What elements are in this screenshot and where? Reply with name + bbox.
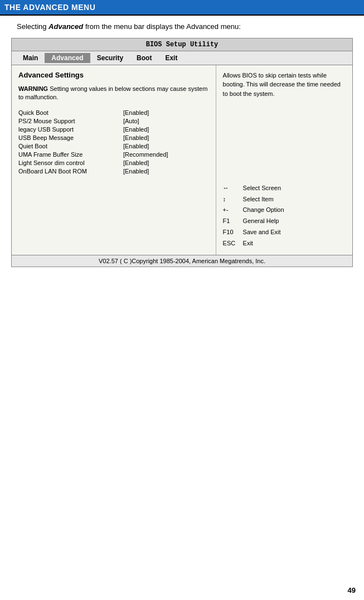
bios-menubar: Main Advanced Security Boot Exit <box>12 51 352 65</box>
shortcut-desc-selectscreen: Select Screen <box>243 183 281 194</box>
setting-name-usbbeep: USB Beep Message <box>18 134 123 141</box>
list-item: PS/2 Mouse Support [Auto] <box>18 118 209 124</box>
shortcut-desc-changeoption: Change Option <box>243 205 284 216</box>
list-item: OnBoard LAN Boot ROM [Enabled] <box>18 168 209 175</box>
intro-text-after: from the menu bar displays the Advanced … <box>85 22 241 31</box>
list-item: Light Sensor dim control [Enabled] <box>18 159 209 166</box>
list-item: Quick Boot [Enabled] <box>18 109 209 116</box>
bios-warning: WARNING Setting wrong values in below se… <box>18 85 209 102</box>
bios-main-content: Advanced Settings WARNING Setting wrong … <box>12 65 352 255</box>
bios-menu-advanced[interactable]: Advanced <box>45 53 90 63</box>
shortcut-desc-generalhelp: General Help <box>243 216 279 227</box>
bios-settings-list: Quick Boot [Enabled] PS/2 Mouse Support … <box>18 109 209 175</box>
intro-italic-word: Advanced <box>48 22 83 31</box>
setting-value-quickboot: [Enabled] <box>123 109 209 116</box>
shortcut-key-f1: F1 <box>223 216 239 227</box>
setting-value-lightsensor: [Enabled] <box>123 159 209 166</box>
shortcut-row: F10 Save and Exit <box>223 227 346 238</box>
shortcut-key-plusminus: +- <box>223 205 239 216</box>
list-item: USB Beep Message [Enabled] <box>18 134 209 141</box>
bios-right-panel: Allows BIOS to skip certain tests while … <box>216 65 352 255</box>
setting-name-ps2mouse: PS/2 Mouse Support <box>18 118 123 124</box>
setting-value-quietboot: [Enabled] <box>123 143 209 149</box>
bios-menu-exit[interactable]: Exit <box>158 53 184 63</box>
bios-title: BIOS Setup Utility <box>12 38 352 51</box>
page-number: 49 <box>348 586 356 594</box>
bios-left-panel: Advanced Settings WARNING Setting wrong … <box>12 65 216 255</box>
shortcut-row: +- Change Option <box>223 205 346 216</box>
setting-name-umabuffer: UMA Frame Buffer Size <box>18 151 123 158</box>
shortcut-key-arrows: ↔ <box>223 183 239 194</box>
bios-warning-label: WARNING <box>18 85 48 92</box>
bios-menu-main[interactable]: Main <box>16 53 45 63</box>
setting-value-usbbeep: [Enabled] <box>123 134 209 141</box>
shortcut-row: F1 General Help <box>223 216 346 227</box>
bios-screenshot: BIOS Setup Utility Main Advanced Securit… <box>11 38 353 267</box>
page-header: THE ADVANCED MENU <box>0 0 364 16</box>
intro-paragraph: Selecting Advanced from the menu bar dis… <box>0 16 364 38</box>
shortcut-desc-selectitem: Select Item <box>243 194 274 205</box>
list-item: legacy USB Support [Enabled] <box>18 126 209 133</box>
bios-menu-security[interactable]: Security <box>90 53 130 63</box>
bios-menu-boot[interactable]: Boot <box>130 53 158 63</box>
bios-shortcuts: ↔ Select Screen ↕ Select Item +- Change … <box>223 183 346 249</box>
shortcut-row: ↔ Select Screen <box>223 183 346 194</box>
setting-name-lightsensor: Light Sensor dim control <box>18 159 123 166</box>
setting-name-quickboot: Quick Boot <box>18 109 123 116</box>
shortcut-row: ESC Exit <box>223 238 346 249</box>
header-title: THE ADVANCED MENU <box>4 3 95 12</box>
setting-value-umabuffer: [Recommended] <box>123 151 209 158</box>
bios-section-title: Advanced Settings <box>18 71 209 79</box>
setting-name-quietboot: Quiet Boot <box>18 143 123 149</box>
list-item: UMA Frame Buffer Size [Recommended] <box>18 151 209 158</box>
shortcut-row: ↕ Select Item <box>223 194 346 205</box>
intro-text-before: Selecting <box>17 22 46 31</box>
list-item: Quiet Boot [Enabled] <box>18 143 209 149</box>
shortcut-desc-exit: Exit <box>243 238 253 249</box>
shortcut-key-f10: F10 <box>223 227 239 238</box>
shortcut-key-esc: ESC <box>223 238 239 249</box>
setting-name-legacyusb: legacy USB Support <box>18 126 123 133</box>
shortcut-desc-saveexit: Save and Exit <box>243 227 281 238</box>
shortcut-key-updown: ↕ <box>223 194 239 205</box>
setting-name-lanboot: OnBoard LAN Boot ROM <box>18 168 123 175</box>
bios-info-text: Allows BIOS to skip certain tests while … <box>223 71 346 99</box>
bios-footer: V02.57 ( C )Copyright 1985-2004, America… <box>12 255 352 267</box>
setting-value-ps2mouse: [Auto] <box>123 118 209 124</box>
setting-value-lanboot: [Enabled] <box>123 168 209 175</box>
setting-value-legacyusb: [Enabled] <box>123 126 209 133</box>
